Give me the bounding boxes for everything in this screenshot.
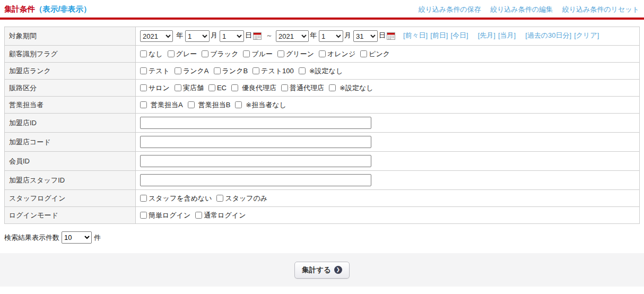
- checkbox-item[interactable]: 実店舗: [175, 84, 204, 92]
- checkbox-item[interactable]: ※設定なし: [299, 67, 343, 75]
- login-mode-checkbox-easy[interactable]: [140, 212, 147, 219]
- from-calendar-icon[interactable]: [253, 32, 262, 40]
- sales-channel-options: サロン実店舗EC優良代理店普通代理店※設定なし: [136, 80, 640, 97]
- from-year-unit: 年: [176, 31, 183, 39]
- checkbox-item[interactable]: テスト: [140, 67, 170, 75]
- login-mode-options: 簡単ログイン通常ログイン: [136, 207, 640, 224]
- merchant-code-label: 加盟店コード: [5, 133, 136, 152]
- checkbox-item[interactable]: グレー: [168, 50, 197, 58]
- save-filter-link[interactable]: 絞り込み条件の保存: [419, 5, 481, 13]
- to-year-select[interactable]: 2021: [276, 30, 309, 42]
- page-title: 集計条件: [4, 5, 35, 13]
- period-separator: ～: [266, 31, 273, 39]
- customer-flag-options: なしグレーブラックブルーグリーンオレンジピンク: [136, 46, 640, 63]
- filter-row-period: 対象期間 2021年1月1日～2021年1月31日[前々日][前日][今日][先…: [5, 27, 640, 46]
- checkbox-item[interactable]: テスト100: [253, 67, 294, 75]
- period-cell: 2021年1月1日～2021年1月31日[前々日][前日][今日][先月][当月…: [136, 27, 640, 46]
- merchant-rank-checkbox-unset[interactable]: [299, 67, 306, 74]
- checkbox-item[interactable]: スタッフを含めない: [140, 194, 212, 202]
- checkbox-item[interactable]: 通常ログイン: [195, 211, 246, 219]
- sales-channel-checkbox-premium-agency[interactable]: [231, 84, 238, 91]
- merchant-rank-label: 加盟店ランク: [5, 63, 136, 80]
- aggregate-button[interactable]: 集計する ❯: [294, 262, 350, 279]
- customer-flag-checkbox-orange[interactable]: [319, 50, 326, 57]
- sales-rep-checkbox-b[interactable]: [188, 101, 195, 108]
- quick-link-past-30-days[interactable]: [過去の30日分]: [525, 31, 571, 39]
- reset-filter-link[interactable]: 絞り込み条件のリセット: [562, 5, 639, 13]
- checkbox-item[interactable]: ランクA: [175, 67, 209, 75]
- to-year-unit: 年: [310, 31, 317, 39]
- sales-channel-checkbox-normal-agency[interactable]: [281, 84, 288, 91]
- sales-channel-checkbox-salon[interactable]: [140, 84, 147, 91]
- toggle-visibility-link[interactable]: （表示/非表示）: [35, 5, 91, 13]
- login-mode-checkbox-normal[interactable]: [195, 212, 202, 219]
- sales-channel-checkbox-unset[interactable]: [329, 84, 336, 91]
- checkbox-item[interactable]: ※担当者なし: [235, 101, 286, 109]
- footer-band: 集計する ❯: [0, 253, 644, 287]
- customer-flag-checkbox-none[interactable]: [140, 50, 147, 57]
- filter-row-member-id: 会員ID: [5, 152, 640, 171]
- merchant-id-input[interactable]: [140, 117, 371, 129]
- sales-rep-checkbox-none[interactable]: [235, 101, 242, 108]
- quick-link-clear[interactable]: [クリア]: [574, 31, 599, 39]
- filter-table: 対象期間 2021年1月1日～2021年1月31日[前々日][前日][今日][先…: [4, 27, 640, 224]
- from-day-select[interactable]: 1: [220, 30, 244, 42]
- quick-link-today[interactable]: [今日]: [450, 31, 468, 39]
- customer-flag-checkbox-blue[interactable]: [243, 50, 250, 57]
- page-header: 集計条件（表示/非表示） 絞り込み条件の保存 絞り込み条件の編集 絞り込み条件の…: [0, 0, 644, 18]
- quick-link-this-month[interactable]: [当月]: [498, 31, 516, 39]
- sales-rep-options: 営業担当A営業担当B※担当者なし: [136, 97, 640, 114]
- checkbox-item[interactable]: ブラック: [202, 50, 238, 58]
- filter-row-merchant-staff-id: 加盟店スタッフID: [5, 171, 640, 190]
- to-month-select[interactable]: 1: [319, 30, 343, 42]
- merchant-staff-id-input[interactable]: [140, 174, 371, 186]
- quick-link-day-before-yesterday[interactable]: [前々日]: [403, 31, 428, 39]
- checkbox-item[interactable]: 営業担当A: [140, 101, 183, 109]
- from-day-unit: 日: [245, 31, 252, 39]
- checkbox-item[interactable]: ブルー: [243, 50, 273, 58]
- checkbox-item[interactable]: 普通代理店: [281, 84, 324, 92]
- checkbox-item[interactable]: グリーン: [277, 50, 314, 58]
- to-calendar-icon[interactable]: [387, 32, 395, 40]
- merchant-rank-checkbox-test[interactable]: [140, 67, 147, 74]
- edit-filter-link[interactable]: 絞り込み条件の編集: [490, 5, 553, 13]
- checkbox-item[interactable]: ※設定なし: [329, 84, 373, 92]
- merchant-rank-checkbox-rank-a[interactable]: [175, 67, 181, 74]
- staff-login-checkbox-exclude-staff[interactable]: [140, 195, 147, 202]
- quick-link-yesterday[interactable]: [前日]: [430, 31, 448, 39]
- to-day-select[interactable]: 31: [353, 30, 378, 42]
- login-mode-label: ログインモード: [5, 207, 136, 224]
- checkbox-item[interactable]: 営業担当B: [188, 101, 231, 109]
- merchant-rank-checkbox-test100[interactable]: [253, 67, 259, 74]
- sales-rep-checkbox-a[interactable]: [140, 101, 147, 108]
- sales-channel-checkbox-store[interactable]: [175, 84, 181, 91]
- member-id-label: 会員ID: [5, 152, 136, 171]
- result-count-select[interactable]: 10: [62, 231, 92, 244]
- from-month-select[interactable]: 1: [185, 30, 210, 42]
- checkbox-item[interactable]: ランクB: [214, 67, 248, 75]
- checkbox-item[interactable]: 優良代理店: [231, 84, 276, 92]
- checkbox-item[interactable]: ピンク: [360, 50, 390, 58]
- quick-link-last-month[interactable]: [先月]: [478, 31, 495, 39]
- member-id-input[interactable]: [140, 155, 371, 167]
- merchant-code-input[interactable]: [140, 136, 371, 148]
- checkbox-item[interactable]: オレンジ: [319, 50, 355, 58]
- customer-flag-checkbox-green[interactable]: [277, 50, 284, 57]
- customer-flag-checkbox-pink[interactable]: [360, 50, 367, 57]
- customer-flag-checkbox-black[interactable]: [202, 50, 208, 57]
- customer-flag-checkbox-gray[interactable]: [168, 50, 175, 57]
- merchant-rank-checkbox-rank-b[interactable]: [214, 67, 221, 74]
- result-count-row: 検索結果表示件数 10 件: [4, 231, 644, 244]
- staff-login-checkbox-staff-only[interactable]: [216, 195, 223, 202]
- checkbox-item[interactable]: なし: [140, 50, 163, 58]
- page-title-area: 集計条件（表示/非表示）: [4, 4, 91, 14]
- merchant-id-label: 加盟店ID: [5, 114, 136, 133]
- checkbox-item[interactable]: サロン: [140, 84, 170, 92]
- checkbox-item[interactable]: 簡単ログイン: [140, 211, 190, 219]
- result-count-unit: 件: [94, 233, 101, 243]
- sales-channel-checkbox-ec[interactable]: [208, 84, 215, 91]
- checkbox-item[interactable]: EC: [208, 84, 227, 92]
- filter-row-merchant-code: 加盟店コード: [5, 133, 640, 152]
- checkbox-item[interactable]: スタッフのみ: [216, 194, 267, 202]
- from-year-select[interactable]: 2021: [140, 30, 173, 42]
